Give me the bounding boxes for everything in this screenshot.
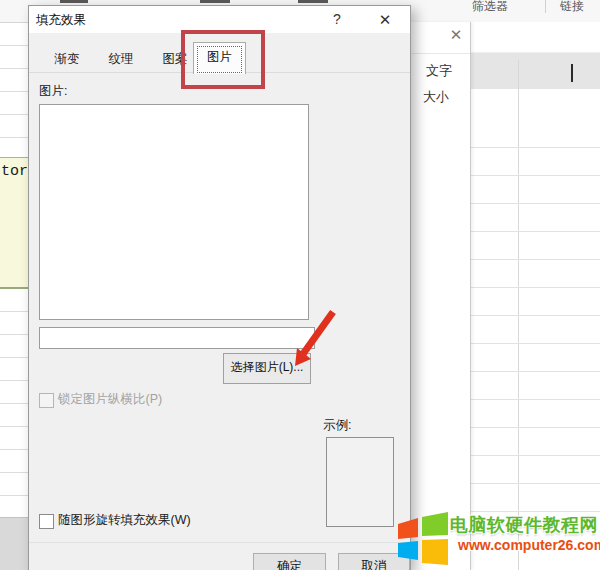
annotation-highlight-box: [181, 30, 265, 89]
help-button[interactable]: ?: [320, 6, 354, 33]
sample-preview-box: [326, 437, 394, 527]
highlighted-cell: tor: [0, 157, 28, 289]
sample-label: 示例:: [323, 417, 351, 434]
dialog-title: 填充效果: [36, 12, 86, 29]
text-cursor: [571, 64, 573, 82]
column-header-band: [470, 52, 600, 89]
pane-close-icon[interactable]: ✕: [446, 25, 466, 45]
windows-logo-icon: [398, 512, 450, 568]
gridlines: [0, 0, 28, 157]
row-gridlines: [470, 120, 600, 520]
footer-divider: [29, 542, 410, 543]
pane-item-text[interactable]: 文字: [426, 62, 452, 80]
format-task-pane: ✕ 文字 大小: [408, 22, 471, 570]
lock-aspect-ratio-checkbox: [39, 393, 54, 408]
lock-aspect-ratio-label: 锁定图片纵横比(P): [58, 391, 162, 408]
picture-preview-box[interactable]: [39, 104, 309, 320]
rotate-with-shape-checkbox[interactable]: [39, 514, 54, 529]
picture-label: 图片:: [39, 83, 67, 100]
pane-separator: [412, 53, 470, 54]
watermark-site-name: 电脑软硬件教程网: [450, 513, 600, 537]
tab-gradient[interactable]: 渐变: [39, 48, 95, 72]
ribbon-icon-remnant: [200, 0, 230, 3]
ribbon-icon-remnant: [60, 0, 88, 3]
fill-effects-dialog: 填充效果 ? ✕ 渐变 纹理 图案 图片 图片: 选择图片(L)... 锁定图片…: [28, 5, 411, 570]
rotate-with-shape-label: 随图形旋转填充效果(W): [58, 512, 191, 529]
ribbon-group-links: 链接: [560, 0, 584, 15]
tab-texture[interactable]: 纹理: [93, 48, 149, 72]
statusbar-sliver: [0, 517, 28, 570]
spreadsheet-area: [470, 22, 600, 570]
watermark-url: www.computer26.com: [458, 537, 600, 553]
pane-item-size[interactable]: 大小: [423, 88, 449, 106]
spreadsheet-left-sliver: tor: [0, 0, 28, 570]
watermark: 电脑软硬件教程网 www.computer26.com: [396, 506, 600, 570]
ribbon-icon-remnant: [298, 0, 328, 3]
close-button[interactable]: ✕: [368, 6, 402, 33]
ribbon-group-filters: 筛选器: [472, 0, 508, 15]
cell-text: tor: [1, 163, 28, 180]
gridlines: [0, 289, 28, 517]
annotation-arrow-icon: [270, 302, 350, 380]
ok-button[interactable]: 确定: [253, 553, 326, 570]
dialog-titlebar: 填充效果 ? ✕: [29, 6, 410, 33]
ribbon-separator: [545, 0, 546, 13]
